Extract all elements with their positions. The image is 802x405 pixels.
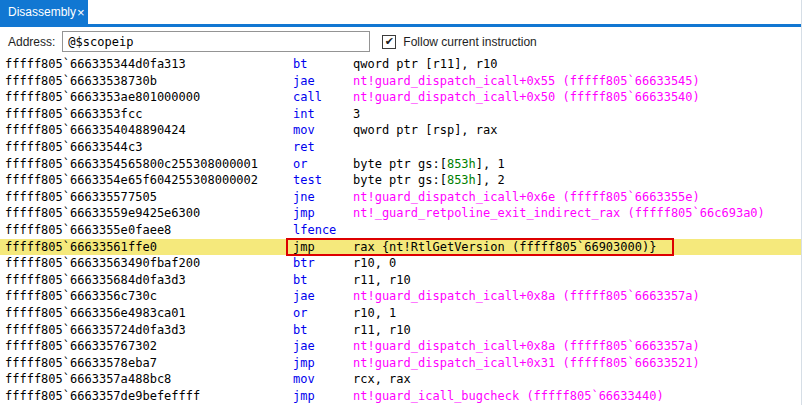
tab-disassembly[interactable]: Disassembly ×	[0, 0, 88, 24]
disassembly-row[interactable]: fffff805`66633563490fbaf200btrr10, 0	[0, 255, 801, 272]
instruction-address: fffff805`66633568	[0, 272, 128, 289]
instruction-bytes: 0faee8	[128, 222, 293, 239]
instruction-mnemonic: jmp	[293, 355, 353, 372]
disassembly-row[interactable]: fffff805`666335577505jnent!guard_dispatc…	[0, 189, 801, 206]
address-input[interactable]	[62, 31, 370, 52]
instruction-mnemonic: bt	[293, 56, 353, 73]
operand-segment: nt!guard_dispatch_icall+0x55 (fffff805`6…	[353, 74, 700, 88]
instruction-operands: qword ptr [rsp], rax	[353, 122, 801, 139]
tab-title: Disassembly	[8, 5, 76, 19]
disassembly-row[interactable]: fffff805`6663353fccint3	[0, 106, 801, 123]
operand-segment: byte ptr gs:[	[353, 173, 447, 187]
instruction-mnemonic: jne	[293, 189, 353, 206]
instruction-address: fffff805`66633563	[0, 255, 128, 272]
operand-segment: rax {nt!RtlGetVersion (fffff805`66903000…	[353, 240, 656, 254]
disassembly-row[interactable]: fffff805`6663353ae801000000callnt!guard_…	[0, 89, 801, 106]
instruction-mnemonic: jmp	[293, 239, 353, 256]
instruction-address: fffff805`66633559	[0, 205, 128, 222]
instruction-mnemonic: jmp	[293, 205, 353, 222]
instruction-address: fffff805`66633578	[0, 355, 128, 372]
operand-segment: ], 2	[476, 173, 505, 187]
instruction-operands	[353, 222, 801, 239]
instruction-operands: byte ptr gs:[853h], 1	[353, 156, 801, 173]
operand-segment: r10, 1	[353, 306, 396, 320]
address-label: Address:	[8, 35, 55, 49]
disassembly-window: Disassembly × Address: ✔ Follow current …	[0, 0, 802, 405]
operand-segment: nt!guard_icall_bugcheck (fffff805`666334…	[353, 389, 664, 403]
instruction-bytes: eba7	[128, 355, 293, 372]
instruction-address: fffff805`66633561	[0, 239, 128, 256]
disassembly-row[interactable]: fffff805`66633544c3ret	[0, 139, 801, 156]
instruction-bytes: 7302	[128, 338, 293, 355]
instruction-operands: nt!guard_dispatch_icall+0x6e (fffff805`6…	[353, 189, 801, 206]
instruction-operands: nt!guard_icall_bugcheck (fffff805`666334…	[353, 388, 801, 405]
follow-current-instruction-option[interactable]: ✔ Follow current instruction	[382, 35, 536, 49]
instruction-mnemonic: btr	[293, 255, 353, 272]
instruction-bytes: 65f604255308000002	[128, 172, 293, 189]
instruction-bytes: 4d0fa313	[128, 56, 293, 73]
operand-segment: byte ptr gs:[	[353, 157, 447, 171]
disassembly-row[interactable]: fffff805`6663354048890424movqword ptr [r…	[0, 122, 801, 139]
instruction-bytes: 4d0fa3d3	[128, 322, 293, 339]
instruction-operands: byte ptr gs:[853h], 2	[353, 172, 801, 189]
instruction-address: fffff805`6663353a	[0, 89, 128, 106]
instruction-bytes: cc	[128, 106, 293, 123]
disassembly-row[interactable]: fffff805`666335684d0fa3d3btr11, r10	[0, 272, 801, 289]
instruction-address: fffff805`66633545	[0, 156, 128, 173]
disassembly-row[interactable]: fffff805`6663354e65f604255308000002testb…	[0, 172, 801, 189]
instruction-operands: nt!guard_dispatch_icall+0x55 (fffff805`6…	[353, 73, 801, 90]
instruction-address: fffff805`66633538	[0, 73, 128, 90]
operand-segment: r11, r10	[353, 273, 411, 287]
disassembly-row[interactable]: fffff805`666335344d0fa313btqword ptr [r1…	[0, 56, 801, 73]
instruction-mnemonic: lfence	[293, 222, 353, 239]
instruction-bytes: 4983ca01	[128, 305, 293, 322]
disassembly-row[interactable]: fffff805`66633578eba7jmpnt!guard_dispatc…	[0, 355, 801, 372]
instruction-operands: nt!guard_dispatch_icall+0x31 (fffff805`6…	[353, 355, 801, 372]
disassembly-row[interactable]: fffff805`666335767302jaent!guard_dispatc…	[0, 338, 801, 355]
instruction-mnemonic: jae	[293, 288, 353, 305]
disassembly-row[interactable]: fffff805`6663356c730cjaent!guard_dispatc…	[0, 288, 801, 305]
follow-current-instruction-label: Follow current instruction	[403, 35, 536, 49]
disassembly-row[interactable]: fffff805`6663355e0faee8lfence	[0, 222, 801, 239]
checkbox-checked-icon[interactable]: ✔	[382, 35, 396, 49]
operand-segment: rcx, rax	[353, 372, 411, 386]
instruction-mnemonic: jae	[293, 338, 353, 355]
instruction-mnemonic: bt	[293, 272, 353, 289]
instruction-bytes: 730b	[128, 73, 293, 90]
instruction-address: fffff805`6663357a	[0, 371, 128, 388]
instruction-operands: qword ptr [r11], r10	[353, 56, 801, 73]
instruction-address: fffff805`6663355e	[0, 222, 128, 239]
disassembly-row[interactable]: fffff805`66633559e9425e6300jmpnt!_guard_…	[0, 205, 801, 222]
operand-segment: 853h	[447, 157, 476, 171]
disassembly-row-current[interactable]: fffff805`66633561ffe0jmprax {nt!RtlGetVe…	[0, 239, 801, 256]
instruction-address: fffff805`66633572	[0, 322, 128, 339]
instruction-operands: nt!guard_dispatch_icall+0x8a (fffff805`6…	[353, 288, 801, 305]
instruction-operands: 3	[353, 106, 801, 123]
disassembly-row[interactable]: fffff805`66633538730bjaent!guard_dispatc…	[0, 73, 801, 90]
close-icon[interactable]: ×	[76, 6, 86, 19]
operand-segment: nt!guard_dispatch_icall+0x6e (fffff805`6…	[353, 190, 700, 204]
instruction-mnemonic: call	[293, 89, 353, 106]
disassembly-row[interactable]: fffff805`6663356e4983ca01orr10, 1	[0, 305, 801, 322]
instruction-bytes: 488bc8	[128, 371, 293, 388]
instruction-operands: rcx, rax	[353, 371, 801, 388]
instruction-address: fffff805`66633557	[0, 189, 128, 206]
instruction-mnemonic: or	[293, 305, 353, 322]
instruction-operands: r11, r10	[353, 272, 801, 289]
operand-segment: nt!_guard_retpoline_exit_indirect_rax (f…	[353, 206, 765, 220]
instruction-bytes: 65800c255308000001	[128, 156, 293, 173]
operand-segment: r10, 0	[353, 256, 396, 270]
instruction-address: fffff805`66633576	[0, 338, 128, 355]
instruction-operands: r11, r10	[353, 322, 801, 339]
instruction-operands: r10, 1	[353, 305, 801, 322]
disassembly-row[interactable]: fffff805`6663357a488bc8movrcx, rax	[0, 371, 801, 388]
disassembly-row[interactable]: fffff805`666335724d0fa3d3btr11, r10	[0, 322, 801, 339]
disassembly-row[interactable]: fffff805`6663354565800c255308000001orbyt…	[0, 156, 801, 173]
operand-segment: nt!guard_dispatch_icall+0x31 (fffff805`6…	[353, 356, 700, 370]
instruction-address: fffff805`6663353f	[0, 106, 128, 123]
instruction-bytes: e801000000	[128, 89, 293, 106]
instruction-mnemonic: int	[293, 106, 353, 123]
instruction-address: fffff805`66633544	[0, 139, 128, 156]
operand-segment: qword ptr [rsp], rax	[353, 123, 498, 137]
disassembly-row[interactable]: fffff805`6663357de9befeffffjmpnt!guard_i…	[0, 388, 801, 405]
